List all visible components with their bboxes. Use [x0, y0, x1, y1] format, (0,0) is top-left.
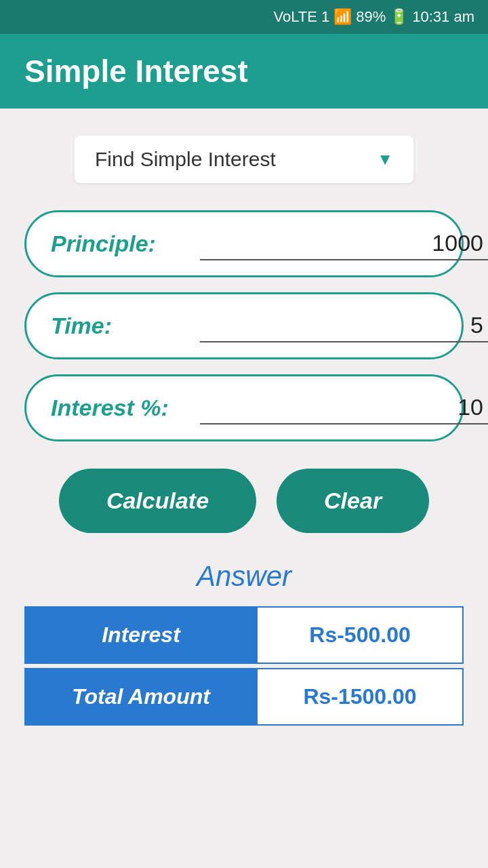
total-amount-result-label: Total Amount	[26, 669, 256, 724]
answer-section: Answer Interest Rs-500.00 Total Amount R…	[24, 560, 464, 726]
main-content: Find Simple Interest ▼ Principle: Time: …	[0, 108, 488, 757]
status-bar: VoLTE 1 📶 89% 🔋 10:31 am	[0, 0, 488, 34]
action-buttons: Calculate Clear	[24, 469, 464, 533]
interest-result-value: Rs-500.00	[256, 608, 462, 663]
principle-input[interactable]	[200, 227, 488, 260]
answer-title: Answer	[24, 560, 464, 593]
status-icons: VoLTE 1 📶 89% 🔋 10:31 am	[274, 8, 474, 26]
calculator-type-dropdown[interactable]: Find Simple Interest ▼	[75, 136, 413, 183]
principle-input-row: Principle:	[24, 210, 464, 277]
sim-slot: 1	[321, 8, 329, 26]
clear-button[interactable]: Clear	[277, 469, 429, 533]
dropdown-label: Find Simple Interest	[95, 148, 276, 171]
chevron-down-icon: ▼	[377, 150, 393, 169]
calculate-button[interactable]: Calculate	[59, 469, 256, 533]
time-label: Time:	[51, 313, 200, 339]
battery-icon: 🔋	[390, 8, 408, 26]
app-title: Simple Interest	[24, 53, 248, 90]
volte-icon: VoLTE	[274, 8, 317, 26]
interest-result-label: Interest	[26, 608, 256, 663]
time-input[interactable]	[200, 309, 488, 342]
battery-level: 89%	[356, 8, 386, 26]
total-amount-result-row: Total Amount Rs-1500.00	[24, 668, 464, 726]
interest-label: Interest %:	[51, 395, 200, 421]
principle-label: Principle:	[51, 231, 200, 257]
signal-icon: 📶	[333, 8, 352, 26]
app-bar: Simple Interest	[0, 34, 488, 108]
interest-result-row: Interest Rs-500.00	[24, 606, 464, 664]
dropdown-container: Find Simple Interest ▼	[24, 136, 464, 183]
time-input-row: Time:	[24, 292, 464, 359]
total-amount-result-value: Rs-1500.00	[256, 669, 462, 724]
interest-input-row: Interest %:	[24, 374, 464, 441]
clock: 10:31 am	[412, 8, 474, 26]
interest-input[interactable]	[200, 391, 488, 425]
